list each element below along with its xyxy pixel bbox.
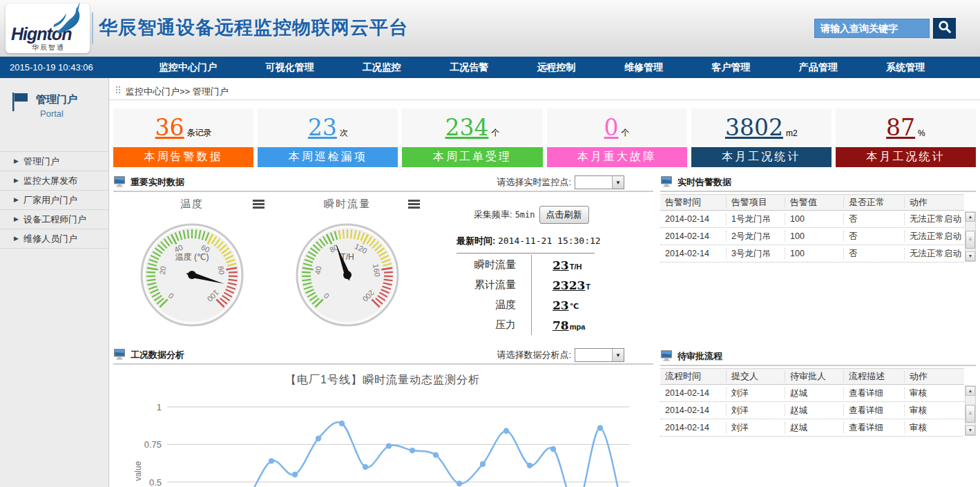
monitor-icon — [113, 175, 126, 190]
nav-item-0[interactable]: 监控中心门户 — [159, 61, 217, 74]
scrollbar-track[interactable]: ≡ — [965, 396, 975, 426]
alarm-section-header: 实时告警数据 — [660, 174, 976, 192]
nav-item-6[interactable]: 客户管理 — [711, 61, 750, 74]
reading-row: 温度23℃ — [457, 295, 610, 315]
scrollbar-thumb[interactable]: ≡ — [965, 231, 975, 249]
reading-unit: T/H — [570, 262, 582, 271]
alarm-cell: 2014-02-14 — [660, 248, 726, 259]
approval-cell[interactable]: 审核 — [904, 405, 964, 416]
breadcrumb: 监控中心门户>> 管理门户 — [109, 78, 980, 100]
alarm-row: 2014-02-141号龙门吊100否无法正常启动 — [660, 211, 964, 228]
approval-cell[interactable]: 审核 — [904, 422, 964, 433]
reading-value: 2323 — [553, 278, 585, 292]
portal-title: 管理门户 — [36, 93, 77, 106]
nav-item-1[interactable]: 可视化管理 — [265, 61, 314, 74]
alarm-cell: 3号龙门吊 — [726, 248, 785, 259]
nav-item-8[interactable]: 系统管理 — [886, 61, 925, 74]
chevron-down-icon[interactable]: ▼ — [612, 349, 624, 361]
sidebar-item-label: 厂家用户门户 — [23, 195, 77, 205]
reading-unit: mpa — [570, 323, 586, 331]
flow-gauge-title: 瞬时流量 — [324, 198, 371, 209]
stat-card-weekly-alarm-data[interactable]: 36条记录本周告警数据 — [113, 108, 253, 167]
reading-row: 压力78mpa — [457, 315, 610, 335]
svg-text:0.75: 0.75 — [144, 439, 162, 450]
reading-label: 累计流量 — [457, 278, 531, 292]
alarm-cell: 2号龙门吊 — [726, 231, 785, 242]
nav-item-2[interactable]: 工况监控 — [363, 61, 401, 74]
scroll-up-icon[interactable]: ▲ — [965, 386, 975, 396]
chart-menu-icon[interactable] — [408, 200, 420, 210]
approval-row: 2014-02-14刘洋赵城查看详细审核 — [660, 402, 964, 419]
scrollbar-thumb[interactable]: ≡ — [965, 405, 975, 423]
nav-item-4[interactable]: 远程控制 — [537, 61, 576, 74]
nav-item-5[interactable]: 维修管理 — [624, 61, 663, 74]
alarm-cell: 100 — [785, 213, 843, 225]
alarm-cell: 无法正常启动 — [904, 231, 964, 242]
svg-text:0.5: 0.5 — [149, 477, 162, 487]
column-header: 告警值 — [785, 197, 843, 208]
approval-row: 2014-02-14刘洋赵城查看详细审核 — [660, 385, 964, 402]
scroll-down-icon[interactable]: ▼ — [965, 251, 975, 261]
reading-unit: ℃ — [570, 302, 579, 311]
sidebar-item-0[interactable]: ▶管理门户 — [0, 152, 108, 171]
alarm-section-title: 实时告警数据 — [678, 176, 731, 189]
temperature-gauge: 020406080100温度 (℃) — [140, 220, 244, 329]
flag-icon — [11, 92, 29, 151]
stat-value: 3802 — [725, 114, 783, 141]
approval-section-title: 待审批流程 — [678, 350, 722, 363]
nav-timestamp: 2015-10-19 10:43:06 — [0, 62, 128, 73]
sidebar-item-4[interactable]: ▶维修人员门户 — [0, 229, 108, 249]
monitor-point-select[interactable]: ▼ — [575, 175, 624, 189]
temperature-gauge-title: 温度 — [180, 198, 204, 209]
stat-number-area: 36条记录 — [113, 108, 253, 146]
stat-card-weekly-missed-inspection[interactable]: 23次本周巡检漏项 — [258, 108, 398, 167]
svg-text:1: 1 — [157, 402, 162, 412]
flow-gauge: 04080120160200T/H — [296, 220, 399, 329]
spacer — [660, 262, 976, 348]
scrollbar-track[interactable]: ≡ — [965, 222, 975, 251]
breadcrumb-icon — [116, 86, 121, 99]
scroll-down-icon[interactable]: ▼ — [965, 426, 975, 435]
stat-value: 0 — [604, 114, 619, 141]
alarm-scrollbar[interactable]: ▲≡▼ — [965, 211, 976, 262]
antelope-logo-icon — [50, 1, 88, 38]
main-nav: 2015-10-19 10:43:06 监控中心门户可视化管理工况监控工况告警远… — [0, 57, 980, 78]
chevron-down-icon[interactable]: ▼ — [612, 176, 624, 189]
chart-menu-icon[interactable] — [253, 200, 265, 210]
arrow-right-icon: ▶ — [14, 210, 19, 229]
reading-label: 压力 — [457, 318, 531, 332]
stat-card-weekly-workorders[interactable]: 234个本周工单受理 — [402, 108, 542, 167]
sidebar-item-3[interactable]: ▶设备工程师门户 — [0, 210, 108, 229]
refresh-button[interactable]: 点击刷新 — [539, 206, 589, 224]
header-divider — [92, 12, 93, 44]
nav-item-3[interactable]: 工况告警 — [450, 61, 488, 74]
arrow-right-icon: ▶ — [14, 229, 19, 248]
column-header: 提交人 — [726, 371, 785, 382]
stat-card-monthly-major-faults[interactable]: 0个本月重大故障 — [547, 108, 687, 167]
approval-cell[interactable]: 查看详细 — [843, 388, 904, 399]
analysis-point-select[interactable]: ▼ — [575, 348, 624, 362]
svg-text:80: 80 — [217, 265, 227, 275]
column-header: 是否正常 — [843, 197, 904, 208]
search-input[interactable] — [814, 19, 930, 38]
analysis-section-title: 工况数据分析 — [131, 349, 184, 361]
stat-value: 87 — [886, 114, 915, 141]
nav-item-7[interactable]: 产品管理 — [799, 61, 838, 74]
approval-cell[interactable]: 查看详细 — [843, 422, 904, 433]
flow-line-chart: 10.750.5value — [113, 392, 653, 487]
approval-cell[interactable]: 查看详细 — [843, 405, 904, 416]
approval-scrollbar[interactable]: ▲≡▼ — [965, 385, 976, 436]
sidebar-item-1[interactable]: ▶监控大屏发布 — [0, 171, 108, 191]
stat-label-bar: 本月工况统计 — [691, 147, 832, 167]
stat-card-monthly-condition-pct[interactable]: 87%本月工况统计 — [836, 108, 976, 167]
realtime-info-panel: 采集频率: 5min 点击刷新 最新时间: 2014-11-21 15:30:1… — [457, 206, 610, 335]
stat-card-monthly-condition-area[interactable]: 3802m2本月工况统计 — [691, 108, 832, 167]
approval-row: 2014-02-14刘洋赵城查看详细审核 — [660, 419, 964, 437]
stat-value: 36 — [155, 114, 184, 141]
approval-cell[interactable]: 审核 — [904, 388, 964, 399]
scroll-up-icon[interactable]: ▲ — [965, 212, 975, 222]
sidebar-item-2[interactable]: ▶厂家用户门户 — [0, 191, 108, 210]
flow-gauge-block: 瞬时流量04080120160200T/H — [296, 198, 399, 332]
sidebar-item-label: 管理门户 — [23, 156, 59, 166]
search-button[interactable] — [933, 18, 956, 39]
